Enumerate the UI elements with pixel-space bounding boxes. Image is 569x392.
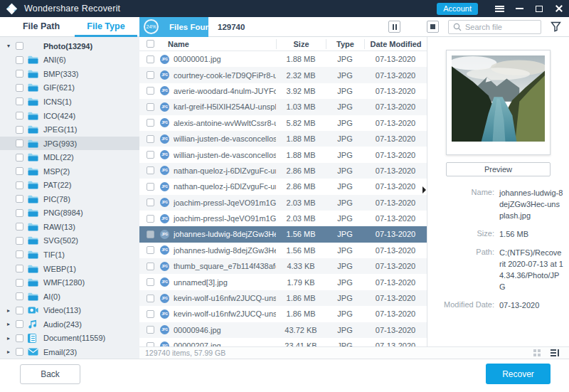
chevron-right-icon[interactable]: ▸ [5,335,12,341]
recover-button[interactable]: Recover [486,364,551,384]
checkbox[interactable] [147,87,154,95]
sidebar-item[interactable]: PNG(8984) [0,206,139,221]
sidebar-item[interactable]: ICNS(1) [0,95,139,109]
checkbox[interactable] [147,151,154,159]
checkbox[interactable] [16,237,23,245]
sidebar-item[interactable]: SVG(502) [0,234,139,248]
checkbox[interactable] [16,265,23,272]
table-row[interactable]: JPG00000946.jpg43.72 KBJPG07-13-2020 [139,322,427,338]
collapse-panel-arrow-icon[interactable] [422,186,426,194]
checkbox[interactable] [16,348,23,356]
sidebar-item[interactable]: TIF(1) [0,248,139,262]
table-row[interactable]: JPGunnamed[3].jpg1.79 KBJPG07-13-2020 [139,274,427,290]
column-date-modified[interactable]: Date Modified [364,39,427,49]
table-row[interactable]: JPGjohannes-ludwig-8dejZGw3Hec-unsp...1.… [139,226,427,242]
checkbox[interactable] [16,250,23,258]
checkbox[interactable] [147,103,154,111]
pause-scan-button[interactable] [388,21,400,33]
stop-scan-button[interactable] [427,21,439,33]
checkbox[interactable] [16,112,23,120]
checkbox[interactable] [147,278,154,286]
checkbox[interactable] [147,166,154,174]
tab-file-type[interactable]: File Type [75,17,137,37]
chevron-right-icon[interactable]: ▸ [5,349,12,355]
checkbox[interactable] [16,70,23,78]
table-row[interactable]: JPGaverie-woodard-4nulm-JUYFo-unspla...3… [139,83,427,99]
column-type[interactable]: Type [326,39,364,49]
column-size[interactable]: Size [276,39,326,49]
checkbox[interactable] [147,183,154,191]
back-button[interactable]: Back [20,364,80,384]
checkbox[interactable] [16,209,23,217]
checkbox[interactable] [147,215,154,223]
checkbox[interactable] [16,139,23,147]
column-name[interactable]: Name [168,40,189,48]
sidebar-item[interactable]: WMF(1280) [0,275,139,290]
search-input[interactable] [465,23,541,31]
checkbox[interactable] [16,223,23,231]
sidebar-item[interactable]: ▸Audio(243) [0,317,139,332]
tab-file-path[interactable]: File Path [10,17,73,37]
sidebar-item[interactable]: PAT(22) [0,178,139,192]
sidebar-item[interactable]: ANI(6) [0,53,139,68]
checkbox[interactable] [16,84,23,92]
table-row[interactable]: JPGthumb_square_e7b114f438afdd40e0...4.3… [139,258,427,274]
checkbox[interactable] [16,279,23,287]
table-row[interactable]: JPGcourtney-cook-le7D9QFiPr8-unsplas...2… [139,67,427,83]
checkbox[interactable] [147,263,154,270]
sidebar-item[interactable]: ▸Video(113) [0,303,139,317]
checkbox[interactable] [147,198,154,206]
select-all-checkbox[interactable] [147,40,154,48]
table-row[interactable]: JPGnathan-queloz-j-6DlZvguFc-unsplash...… [139,163,427,179]
sidebar-item[interactable]: MDL(22) [0,150,139,164]
table-row[interactable]: JPGwillian-justen-de-vasconcellos-6SGa..… [139,131,427,147]
chevron-right-icon[interactable]: ▸ [5,321,12,327]
checkbox[interactable] [16,97,23,105]
table-row[interactable]: JPGjoachim-pressl-JqeVO91m1Go-unspl...2.… [139,195,427,211]
checkbox[interactable] [147,135,154,143]
checkbox[interactable] [147,231,154,238]
minimize-button[interactable] [509,0,529,17]
checkbox[interactable] [16,195,23,203]
menu-icon[interactable] [489,0,509,17]
table-row[interactable]: JPGwillian-justen-de-vasconcellos-6SGa..… [139,147,427,162]
checkbox[interactable] [147,119,154,127]
filter-icon[interactable] [551,21,561,32]
table-row[interactable]: JPG00000001.jpg1.88 MBJPG07-13-2020 [139,51,427,67]
table-row[interactable]: JPGalexis-antoine-wvWwltCssr8-unsplas...… [139,115,427,131]
table-row[interactable]: JPGkevin-wolf-u16nfw2JUCQ-unsplash.jpg1.… [139,290,427,306]
checkbox[interactable] [16,126,23,134]
grid-view-icon[interactable] [533,349,541,356]
sidebar-item[interactable]: ▸Email(23) [0,345,139,359]
search-box[interactable] [448,20,541,34]
table-row[interactable]: JPGkarl-greif-H5lXIH254AU-unsplash.jpg1.… [139,99,427,115]
checkbox[interactable] [147,71,154,79]
close-button[interactable] [549,0,569,17]
checkbox[interactable] [16,334,23,342]
checkbox[interactable] [16,292,23,300]
account-button[interactable]: Account [437,3,478,15]
sidebar-item-photo[interactable]: ▾ Photo(13294) [0,39,139,53]
list-view-icon[interactable] [551,349,559,356]
checkbox[interactable] [147,246,154,254]
sidebar-item[interactable]: ICO(424) [0,109,139,123]
sidebar-item[interactable]: JPG(993) [0,137,139,151]
checkbox[interactable] [16,154,23,161]
checkbox[interactable] [16,56,23,64]
preview-button[interactable]: Preview [446,162,551,176]
maximize-button[interactable] [529,0,549,17]
checkbox[interactable] [16,181,23,189]
sidebar-item[interactable]: BMP(333) [0,67,139,81]
sidebar-item[interactable]: WEBP(1) [0,262,139,276]
chevron-right-icon[interactable]: ▸ [5,307,12,314]
checkbox[interactable] [147,326,154,334]
sidebar-item[interactable]: AI(0) [0,290,139,304]
checkbox[interactable] [16,167,23,175]
checkbox[interactable] [16,320,23,328]
table-row[interactable]: JPG00000207.jpg23.41 KBJPG07-13-2020 [139,338,427,346]
table-row[interactable]: JPGjoachim-pressl-JqeVO91m1Go-unspl...2.… [139,211,427,226]
checkbox[interactable] [147,310,154,318]
checkbox[interactable] [16,307,23,314]
sidebar-item[interactable]: PIC(78) [0,192,139,206]
sidebar-item[interactable]: GIF(621) [0,81,139,95]
